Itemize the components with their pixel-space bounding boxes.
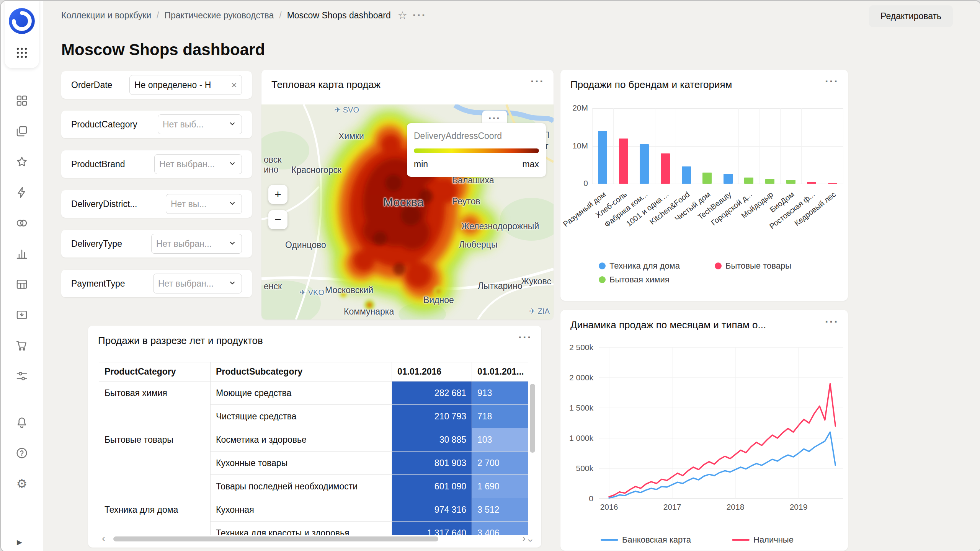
bar-1001 и одна ...[interactable] — [661, 153, 670, 184]
cell-subcategory: Техника для красоты и здоровья — [211, 522, 392, 535]
vertical-scrollbar[interactable] — [530, 384, 535, 453]
gridline-x — [760, 108, 760, 184]
bar-Городской д...[interactable] — [744, 178, 753, 184]
legend-item-Банковская карта[interactable]: Банковская карта — [601, 535, 691, 545]
widget-menu-icon[interactable]: ··· — [531, 75, 544, 88]
cell-subcategory: Косметика и здоровье — [211, 428, 392, 452]
zoom-out-button[interactable]: − — [268, 210, 287, 229]
map-label-Лыткарино: Лыткарино — [478, 281, 523, 291]
column-header-01.01.201...[interactable]: 01.01.201... — [472, 362, 528, 381]
gear-icon[interactable]: ⚙ — [15, 477, 28, 490]
cell-category: Бытовые товары — [99, 428, 211, 498]
series-Банковская карта[interactable] — [609, 432, 835, 498]
edit-button[interactable]: Редактировать — [869, 5, 953, 27]
bar-Кедровый лес[interactable] — [828, 183, 837, 184]
widget-menu-icon[interactable]: ··· — [518, 331, 532, 344]
connections-icon[interactable] — [15, 217, 28, 230]
chevron-down-icon — [228, 278, 237, 289]
bar-Фабрика ком...[interactable] — [640, 144, 649, 184]
expand-sidebar-icon[interactable]: ▶ — [17, 538, 22, 546]
favorites-icon[interactable] — [15, 155, 28, 168]
chevron-down-icon — [228, 199, 237, 209]
cell-value-2016: 282 681 — [392, 381, 472, 405]
sidebar-nav — [1, 94, 43, 383]
legend-item-Бытовая химия[interactable]: Бытовая химия — [599, 275, 670, 285]
bar-Мойдодыр[interactable] — [765, 179, 774, 184]
table-row: Бытовые товарыКосметика и здоровье30 885… — [99, 428, 528, 452]
scroll-left-icon[interactable]: ‹ — [102, 532, 105, 544]
legend-dot — [599, 262, 606, 269]
zoom-in-button[interactable]: + — [268, 185, 287, 204]
filter-control-DeliveryDistrict[interactable]: Нет вы... — [166, 194, 242, 214]
filter-control-DeliveryType[interactable]: Нет выбран... — [151, 234, 242, 254]
series-Наличные[interactable] — [609, 384, 835, 497]
gridline-x — [780, 108, 781, 184]
legend-item-Техника для дома[interactable]: Техника для дома — [599, 261, 680, 271]
legend-label: Наличные — [753, 535, 794, 545]
line-chart-widget: Динамика продаж по месяцам и типам о... … — [560, 310, 848, 551]
filter-label: DeliveryDistrict... — [71, 199, 137, 209]
column-header-ProductSubcategory[interactable]: ProductSubcategory — [211, 362, 392, 381]
datalens-logo-icon[interactable] — [8, 7, 36, 35]
legend-item-Наличные[interactable]: Наличные — [732, 535, 794, 545]
gridline-x — [655, 108, 655, 184]
filter-control-OrderDate[interactable]: Не определено - Н× — [129, 75, 242, 95]
breadcrumb-item-0[interactable]: Коллекции и воркбуки — [61, 10, 151, 21]
y-axis-tick: 2 000k — [560, 373, 593, 382]
collections-icon[interactable] — [15, 125, 28, 138]
help-icon[interactable] — [15, 447, 28, 460]
filter-PaymentType: PaymentTypeНет выбран... — [61, 270, 252, 297]
column-header-01.01.2016[interactable]: 01.01.2016 — [392, 362, 472, 381]
sidebar-footer: ▶ — [1, 534, 42, 551]
filter-ProductBrand: ProductBrandНет выбран... — [61, 150, 252, 178]
bell-icon[interactable] — [15, 416, 28, 429]
dashboards-icon[interactable] — [15, 94, 28, 107]
bar-Kitchen&Food[interactable] — [682, 166, 691, 184]
apps-grid-icon[interactable] — [15, 46, 29, 60]
legend-label: Банковская карта — [622, 535, 691, 545]
column-header-ProductCategory[interactable]: ProductCategory — [99, 362, 211, 381]
bar-БиоДом[interactable] — [786, 180, 795, 184]
bar-TechBeauty[interactable] — [724, 174, 733, 184]
map-label-Москва: Москва — [383, 196, 424, 209]
storage-icon[interactable] — [15, 308, 28, 321]
bar-Чистый дом[interactable] — [702, 173, 712, 184]
line-chart-canvas[interactable] — [560, 310, 848, 551]
breadcrumb-item-2: Moscow Shops dashboard — [287, 10, 391, 21]
settings-toggles-icon[interactable] — [15, 370, 28, 383]
map-label-SVO: ✈SVO — [334, 105, 359, 114]
scroll-right-icon[interactable]: › — [522, 532, 526, 544]
favorite-star-icon[interactable]: ☆ — [398, 9, 407, 22]
filter-control-PaymentType[interactable]: Нет выбран... — [153, 274, 242, 293]
filter-value: Нет выбран... — [156, 239, 212, 249]
datasets-icon[interactable] — [15, 278, 28, 291]
map-label-Железнодорожный: Железнодорожный — [461, 221, 539, 231]
bar-Разумный дом[interactable] — [598, 131, 607, 184]
breadcrumb-item-1[interactable]: Практические руководства — [164, 10, 274, 21]
clear-filter-icon[interactable]: × — [231, 80, 237, 90]
map-label-Жуковс: Жуковс — [521, 276, 551, 287]
scroll-down-icon[interactable]: › — [525, 539, 537, 542]
filter-control-ProductBrand[interactable]: Нет выбран... — [154, 154, 242, 174]
marketplace-icon[interactable] — [15, 339, 28, 352]
map-label-ZIA: ✈ZIA — [529, 306, 550, 316]
functions-icon[interactable] — [15, 186, 28, 199]
chevron-down-icon — [228, 119, 237, 130]
filter-control-ProductCategory[interactable]: Нет выб... — [158, 114, 242, 134]
filter-value: Нет выб... — [163, 119, 204, 130]
bar-Хлеб-соль[interactable] — [619, 139, 628, 184]
breadcrumb-more-icon[interactable]: ··· — [413, 9, 426, 22]
widget-title: Тепловая карта продаж — [271, 79, 381, 91]
x-axis-tick: 2017 — [663, 502, 682, 512]
charts-icon[interactable] — [15, 247, 28, 260]
map-label-Химки: Химки — [338, 131, 364, 142]
horizontal-scrollbar-thumb[interactable] — [113, 536, 438, 541]
table-header-row: ProductCategoryProductSubcategory01.01.2… — [99, 362, 528, 381]
cell-value-2017: 913 — [472, 381, 528, 405]
y-axis-tick: 2 500k — [560, 343, 593, 352]
legend-item-Бытовые товары[interactable]: Бытовые товары — [715, 261, 791, 271]
bar-Ростовская ф...[interactable] — [807, 182, 816, 184]
map-canvas[interactable]: ✈SVOХимкиовскиноКрасногорскМоскваБалаших… — [261, 104, 554, 320]
cell-subcategory: Моющие средства — [211, 381, 392, 405]
y-axis-tick: 20M — [560, 103, 588, 112]
